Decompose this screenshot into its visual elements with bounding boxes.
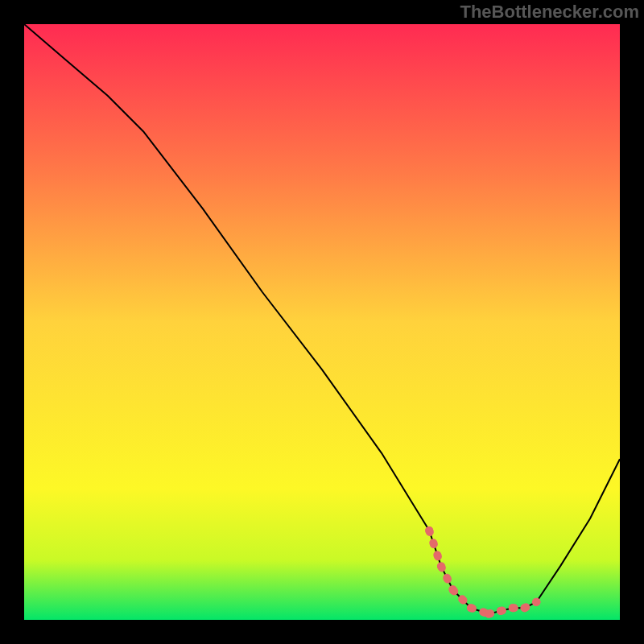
svg-rect-0 — [24, 24, 620, 620]
plot-area — [24, 24, 620, 620]
watermark-label: TheBottlenecker.com — [460, 2, 639, 23]
chart-svg — [24, 24, 620, 620]
chart-frame: TheBottlenecker.com — [0, 0, 644, 644]
